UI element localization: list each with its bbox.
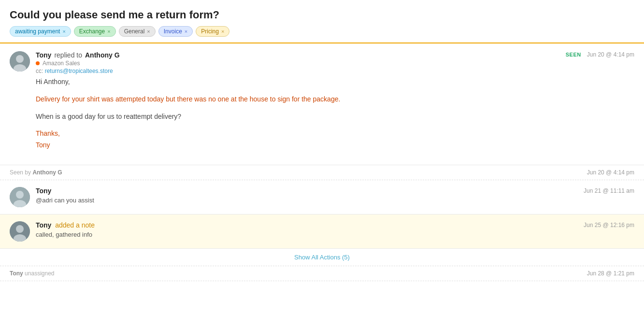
simple-message-inner: Tony Jun 21 @ 11:11 am @adri can you ass…	[10, 187, 634, 207]
show-all-actions-button[interactable]: Show All Actions (5)	[294, 254, 350, 261]
avatar-tony-note	[10, 221, 30, 242]
unassigned-divider: Tony unassigned Jun 28 @ 1:21 pm	[0, 266, 644, 281]
note-timestamp: Jun 25 @ 12:16 pm	[584, 222, 634, 228]
show-actions-divider: Show All Actions (5)	[0, 249, 644, 266]
note-text: called, gathered info	[36, 231, 634, 238]
channel-name: Amazon Sales	[36, 60, 120, 67]
tag-general-close[interactable]: ×	[147, 29, 150, 34]
cc-link[interactable]: returns@tropicaltees.store	[45, 68, 113, 74]
cc-line: cc: returns@tropicaltees.store	[36, 68, 120, 74]
seen-badge: SEEN	[566, 52, 581, 57]
body-line-4: Thanks,Tony	[36, 128, 634, 151]
channel-dot	[36, 61, 40, 65]
tag-pricing[interactable]: Pricing ×	[196, 26, 229, 37]
message-header-right: SEEN Jun 20 @ 4:14 pm	[566, 51, 634, 58]
simple-sender-name: Tony	[36, 187, 51, 195]
note-action-label: added a note	[55, 221, 95, 229]
note-sender-line: Tony added a note	[36, 221, 95, 229]
seen-divider-text: Seen by Anthony G	[10, 169, 62, 176]
note-content: Tony added a note Jun 25 @ 12:16 pm call…	[36, 221, 634, 238]
avatar-image	[10, 51, 30, 71]
note-sender-row: Tony added a note Jun 25 @ 12:16 pm	[36, 221, 634, 229]
note-inner: Tony added a note Jun 25 @ 12:16 pm call…	[10, 221, 634, 242]
seen-divider: Seen by Anthony G Jun 20 @ 4:14 pm	[0, 165, 644, 180]
seen-by-name: Anthony G	[32, 169, 62, 176]
header: Could you please send me a return form? …	[0, 0, 644, 43]
tag-invoice-close[interactable]: ×	[185, 29, 187, 34]
page-wrapper: Could you please send me a return form? …	[0, 0, 644, 328]
unassigned-actor: Tony	[10, 270, 23, 277]
page-title: Could you please send me a return form?	[10, 9, 634, 21]
tag-exchange-close[interactable]: ×	[107, 29, 110, 34]
message-header: Tony replied to Anthony G Amazon Sales c…	[10, 51, 634, 74]
avatar-tony	[10, 51, 30, 71]
tag-awaiting-close[interactable]: ×	[62, 29, 65, 34]
message-body: Hi Anthony, Delivery for your shirt was …	[10, 76, 634, 151]
avatar-image-note	[10, 221, 30, 242]
seen-divider-timestamp: Jun 20 @ 4:14 pm	[587, 169, 634, 176]
simple-message-content: Tony Jun 21 @ 11:11 am @adri can you ass…	[36, 187, 634, 204]
body-line-1: Hi Anthony,	[36, 76, 634, 88]
tag-exchange[interactable]: Exchange ×	[74, 26, 116, 37]
tag-pricing-close[interactable]: ×	[221, 29, 224, 34]
avatar-tony2	[10, 187, 30, 207]
note-block: Tony added a note Jun 25 @ 12:16 pm call…	[0, 214, 644, 249]
tag-general-label: General	[124, 28, 145, 35]
tag-pricing-label: Pricing	[201, 28, 219, 35]
sender-name: Tony	[36, 51, 51, 59]
sender-action: replied to	[54, 51, 82, 59]
svg-point-1	[16, 55, 24, 63]
unassigned-text: Tony unassigned	[10, 270, 55, 277]
message-meta: Tony replied to Anthony G Amazon Sales c…	[36, 51, 120, 74]
channel-label: Amazon Sales	[43, 60, 80, 67]
simple-message-text: @adri can you assist	[36, 197, 634, 204]
simple-message-timestamp: Jun 21 @ 11:11 am	[584, 187, 634, 194]
body-line-3: When is a good day for us to reattempt d…	[36, 111, 634, 123]
tag-general[interactable]: General ×	[119, 26, 156, 37]
simple-message-block: Tony Jun 21 @ 11:11 am @adri can you ass…	[0, 180, 644, 214]
recipient-name: Anthony G	[85, 51, 120, 59]
tag-awaiting[interactable]: awaiting payment ×	[10, 26, 71, 37]
body-line-2: Delivery for your shirt was attempted to…	[36, 94, 634, 105]
tag-invoice[interactable]: Invoice ×	[158, 26, 193, 37]
main-timestamp: Jun 20 @ 4:14 pm	[587, 51, 634, 58]
tag-awaiting-label: awaiting payment	[15, 28, 60, 35]
main-message-block: Tony replied to Anthony G Amazon Sales c…	[0, 43, 644, 165]
unassigned-timestamp: Jun 28 @ 1:21 pm	[587, 270, 634, 277]
tag-invoice-label: Invoice	[164, 28, 182, 35]
avatar-image-2	[10, 187, 30, 207]
sender-line: Tony replied to Anthony G	[36, 51, 120, 59]
simple-sender-row: Tony Jun 21 @ 11:11 am	[36, 187, 634, 195]
tag-exchange-label: Exchange	[79, 28, 105, 35]
note-sender-name: Tony	[36, 221, 51, 229]
svg-point-7	[16, 225, 24, 233]
svg-point-4	[16, 191, 24, 199]
tags-row: awaiting payment × Exchange × General × …	[10, 26, 634, 37]
message-header-left: Tony replied to Anthony G Amazon Sales c…	[10, 51, 120, 74]
